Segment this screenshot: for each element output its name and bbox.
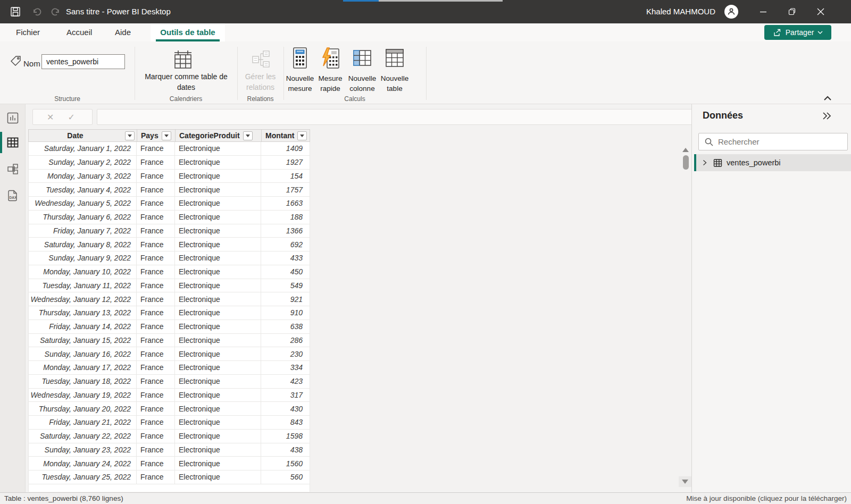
filter-icon[interactable] (243, 131, 253, 140)
cell-montant[interactable]: 450 (261, 265, 307, 279)
cell-date[interactable]: Sunday, January 23, 2022 (29, 443, 137, 457)
cell-date[interactable]: Tuesday, January 4, 2022 (29, 183, 137, 196)
table-row[interactable]: Wednesday, January 5, 2022FranceElectron… (29, 197, 310, 211)
cell-date[interactable]: Thursday, January 20, 2022 (29, 402, 137, 415)
table-row[interactable]: Monday, January 24, 2022FranceElectroniq… (29, 457, 310, 471)
cell-categorie[interactable]: Electronique (175, 457, 261, 470)
cell-categorie[interactable]: Electronique (175, 279, 261, 292)
cell-date[interactable]: Sunday, January 9, 2022 (29, 251, 137, 265)
cell-date[interactable]: Tuesday, January 11, 2022 (29, 279, 137, 292)
cell-pays[interactable]: France (137, 457, 175, 470)
cell-pays[interactable]: France (137, 375, 175, 388)
cell-montant[interactable]: 843 (261, 416, 307, 429)
cell-pays[interactable]: France (137, 430, 175, 443)
cell-montant[interactable]: 1663 (261, 197, 307, 210)
cell-montant[interactable]: 692 (261, 238, 307, 251)
undo-icon[interactable] (31, 6, 43, 18)
cell-date[interactable]: Friday, January 21, 2022 (29, 416, 137, 429)
cell-montant[interactable]: 1366 (261, 224, 307, 238)
cell-pays[interactable]: France (137, 238, 175, 251)
close-button[interactable] (809, 0, 832, 23)
cell-pays[interactable]: France (137, 402, 175, 415)
save-icon[interactable] (10, 6, 21, 18)
cell-date[interactable]: Saturday, January 8, 2022 (29, 238, 137, 251)
table-row[interactable]: Friday, January 7, 2022FranceElectroniqu… (29, 224, 310, 238)
cell-categorie[interactable]: Electronique (175, 443, 261, 457)
table-row[interactable]: Saturday, January 1, 2022FranceElectroni… (29, 142, 310, 156)
cell-categorie[interactable]: Electronique (175, 402, 261, 415)
cell-montant[interactable]: 1757 (261, 183, 307, 196)
table-row[interactable]: Sunday, January 2, 2022FranceElectroniqu… (29, 156, 310, 170)
update-available-link[interactable]: Mise à jour disponible (cliquez pour la … (686, 493, 847, 504)
cell-date[interactable]: Friday, January 7, 2022 (29, 224, 137, 238)
cell-montant[interactable]: 1409 (261, 142, 307, 155)
table-row[interactable]: Thursday, January 20, 2022FranceElectron… (29, 402, 310, 416)
cell-categorie[interactable]: Electronique (175, 430, 261, 443)
table-row[interactable]: Tuesday, January 18, 2022FranceElectroni… (29, 375, 310, 389)
cell-date[interactable]: Saturday, January 22, 2022 (29, 430, 137, 443)
search-box[interactable] (698, 133, 848, 150)
cell-date[interactable]: Friday, January 14, 2022 (29, 320, 137, 333)
formula-cancel-icon[interactable]: ✕ (47, 112, 54, 122)
cell-categorie[interactable]: Electronique (175, 183, 261, 196)
cell-montant[interactable]: 549 (261, 279, 307, 292)
cell-categorie[interactable]: Electronique (175, 265, 261, 279)
table-row[interactable]: Wednesday, January 12, 2022FranceElectro… (29, 292, 310, 306)
cell-date[interactable]: Thursday, January 13, 2022 (29, 306, 137, 320)
cell-categorie[interactable]: Electronique (175, 142, 261, 155)
cell-pays[interactable]: France (137, 170, 175, 183)
cell-pays[interactable]: France (137, 347, 175, 360)
search-input[interactable] (718, 133, 845, 150)
filter-icon[interactable] (297, 131, 307, 140)
table-row[interactable]: Sunday, January 23, 2022FranceElectroniq… (29, 443, 310, 457)
formula-check-icon[interactable]: ✓ (68, 112, 74, 122)
filter-icon[interactable] (162, 131, 171, 140)
table-row[interactable]: Monday, January 3, 2022FranceElectroniqu… (29, 170, 310, 183)
quick-measure-button[interactable]: Mesure rapide (314, 47, 346, 94)
table-view-icon[interactable] (6, 136, 19, 149)
cell-pays[interactable]: France (137, 471, 175, 484)
table-row[interactable]: Tuesday, January 25, 2022FranceElectroni… (29, 471, 310, 484)
table-row[interactable]: Wednesday, January 19, 2022FranceElectro… (29, 389, 310, 402)
dax-query-view-icon[interactable]: DAX (6, 189, 19, 202)
redo-icon[interactable] (50, 6, 62, 18)
cell-pays[interactable]: France (137, 416, 175, 429)
cell-categorie[interactable]: Electronique (175, 197, 261, 210)
cell-categorie[interactable]: Electronique (175, 347, 261, 360)
cell-date[interactable]: Monday, January 3, 2022 (29, 170, 137, 183)
table-name-input[interactable] (41, 54, 125, 69)
table-row[interactable]: Thursday, January 13, 2022FranceElectron… (29, 306, 310, 320)
table-row[interactable]: Sunday, January 9, 2022FranceElectroniqu… (29, 251, 310, 265)
scrollbar-up-icon[interactable] (682, 148, 689, 152)
share-button[interactable]: Partager (764, 25, 831, 40)
table-row[interactable]: Monday, January 10, 2022FranceElectroniq… (29, 265, 310, 279)
table-row[interactable]: Friday, January 21, 2022FranceElectroniq… (29, 416, 310, 430)
table-row[interactable]: Saturday, January 8, 2022FranceElectroni… (29, 238, 310, 251)
new-measure-button[interactable]: Nouvelle mesure (284, 47, 316, 94)
table-row[interactable]: Saturday, January 22, 2022FranceElectron… (29, 430, 310, 443)
cell-montant[interactable]: 1598 (261, 430, 307, 443)
cell-date[interactable]: Monday, January 24, 2022 (29, 457, 137, 470)
cell-date[interactable]: Sunday, January 16, 2022 (29, 347, 137, 360)
cell-pays[interactable]: France (137, 361, 175, 374)
cell-montant[interactable]: 438 (261, 443, 307, 457)
column-header-montant[interactable]: Montant (262, 130, 308, 141)
table-row[interactable]: Tuesday, January 11, 2022FranceElectroni… (29, 279, 310, 293)
cell-montant[interactable]: 317 (261, 389, 307, 402)
cell-montant[interactable]: 433 (261, 251, 307, 265)
collapse-pane-icon[interactable] (822, 112, 832, 120)
cell-pays[interactable]: France (137, 306, 175, 320)
cell-montant[interactable]: 1560 (261, 457, 307, 470)
cell-categorie[interactable]: Electronique (175, 211, 261, 224)
cell-categorie[interactable]: Electronique (175, 389, 261, 402)
cell-categorie[interactable]: Electronique (175, 320, 261, 333)
table-row[interactable]: Thursday, January 6, 2022FranceElectroni… (29, 211, 310, 224)
cell-date[interactable]: Monday, January 10, 2022 (29, 265, 137, 279)
cell-pays[interactable]: France (137, 292, 175, 306)
tab-accueil[interactable]: Accueil (66, 23, 92, 41)
table-row[interactable]: Tuesday, January 4, 2022FranceElectroniq… (29, 183, 310, 197)
column-header-pays[interactable]: Pays (137, 130, 176, 141)
expand-chevron-icon[interactable] (702, 159, 708, 166)
cell-montant[interactable]: 638 (261, 320, 307, 333)
collapse-ribbon-icon[interactable] (823, 94, 832, 100)
